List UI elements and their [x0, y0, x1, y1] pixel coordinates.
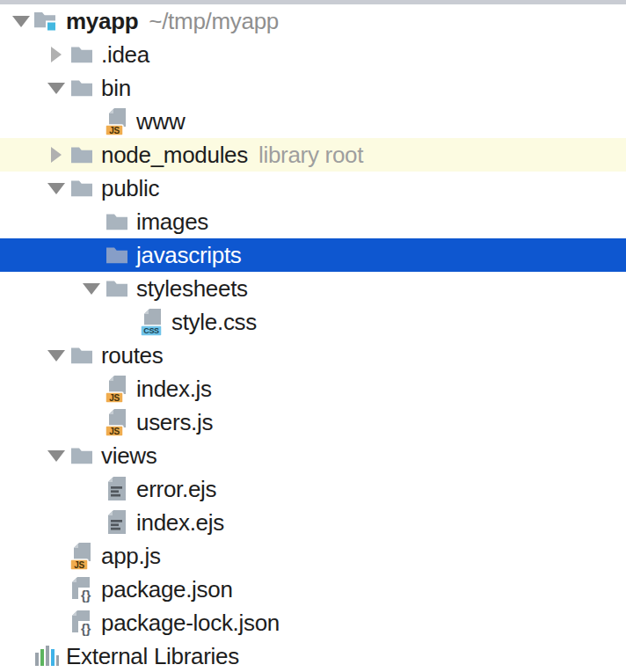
- tree-item-label: index.js: [136, 372, 212, 405]
- js-file-icon: JS: [103, 375, 131, 404]
- folder-icon: [68, 445, 96, 466]
- expand-arrow-icon[interactable]: [44, 76, 68, 100]
- tree-row-index-ejs[interactable]: index.ejs: [0, 506, 626, 539]
- js-file-icon: JS: [103, 107, 131, 136]
- tree-item-label: myapp: [66, 4, 138, 38]
- tree-row-bin[interactable]: bin: [0, 71, 626, 105]
- expand-arrow-icon: [79, 410, 103, 435]
- folder-icon: [68, 345, 96, 366]
- expand-arrow-icon: [44, 577, 68, 602]
- js-file-icon: JS: [68, 542, 96, 571]
- expand-arrow-icon[interactable]: [44, 343, 68, 368]
- tree-item-label: routes: [101, 339, 163, 372]
- tree-row-myapp[interactable]: myapp ~/tmp/myapp: [0, 4, 626, 38]
- tree-item-annotation: library root: [258, 142, 363, 169]
- tree-row-javascripts[interactable]: javascripts: [0, 238, 626, 272]
- tree-item-label: style.css: [171, 305, 257, 339]
- expand-arrow-icon: [79, 109, 103, 134]
- expand-arrow-icon: [79, 477, 103, 501]
- json-file-icon: {}: [68, 576, 96, 603]
- tree-item-label: package.json: [101, 573, 233, 606]
- svg-text:JS: JS: [74, 559, 84, 569]
- tree-item-label: public: [101, 172, 159, 205]
- tree-item-annotation: ~/tmp/myapp: [149, 8, 279, 35]
- text-file-icon: [103, 476, 131, 502]
- tree-item-label: javascripts: [136, 238, 242, 272]
- svg-text:{}: {}: [81, 621, 91, 636]
- css-file-icon: CSS: [138, 308, 166, 337]
- svg-text:{}: {}: [81, 588, 91, 603]
- expand-arrow-icon: [79, 510, 103, 535]
- expand-arrow-icon: [9, 644, 33, 668]
- folder-icon: [68, 77, 96, 99]
- tree-row-node-modules[interactable]: node_modules library root: [0, 138, 626, 172]
- tree-item-label: www: [136, 105, 185, 138]
- svg-text:JS: JS: [109, 392, 120, 402]
- tree-row--idea[interactable]: .idea: [0, 38, 626, 71]
- folder-icon: [68, 144, 96, 165]
- js-file-icon: JS: [103, 408, 131, 437]
- folder-icon: [103, 211, 131, 232]
- tree-item-label: stylesheets: [136, 272, 248, 305]
- project-tree: myapp ~/tmp/myapp .idea b: [0, 4, 626, 672]
- folder-icon: [68, 44, 96, 65]
- expand-arrow-icon: [79, 209, 103, 234]
- text-file-icon: [103, 509, 131, 536]
- tree-item-label: package-lock.json: [101, 606, 280, 639]
- expand-arrow-icon[interactable]: [44, 443, 68, 468]
- svg-text:JS: JS: [109, 426, 120, 435]
- expand-arrow-icon: [79, 243, 103, 267]
- expand-arrow-icon[interactable]: [44, 176, 68, 201]
- svg-text:JS: JS: [109, 125, 120, 135]
- tree-row-app-js[interactable]: JS app.js: [0, 539, 626, 573]
- expand-arrow-icon: [79, 376, 103, 401]
- expand-arrow-icon: [44, 544, 68, 568]
- tree-row-images[interactable]: images: [0, 205, 626, 238]
- tree-row-routes[interactable]: routes: [0, 339, 626, 372]
- folder-icon: [68, 178, 96, 199]
- tree-item-label: views: [101, 439, 157, 472]
- tree-item-label: node_modules: [101, 138, 248, 172]
- expand-arrow-icon: [114, 310, 138, 334]
- tree-item-label: index.ejs: [136, 506, 224, 539]
- tree-row-www[interactable]: JS www: [0, 105, 626, 138]
- expand-arrow-icon: [44, 610, 68, 635]
- folder-icon: [103, 278, 131, 299]
- tree-row-users-js[interactable]: JS users.js: [0, 405, 626, 439]
- tree-row-style-css[interactable]: CSS style.css: [0, 305, 626, 339]
- tree-row-package-json[interactable]: {} package.json: [0, 573, 626, 606]
- expand-arrow-icon[interactable]: [44, 142, 68, 167]
- json-file-icon: {}: [68, 610, 96, 637]
- expand-arrow-icon[interactable]: [44, 42, 68, 67]
- external-libraries-icon: [33, 644, 61, 668]
- tree-item-label: error.ejs: [136, 472, 216, 506]
- tree-row-index-js[interactable]: JS index.js: [0, 372, 626, 405]
- tree-row-package-lock-json[interactable]: {} package-lock.json: [0, 606, 626, 639]
- tree-item-label: External Libraries: [66, 639, 239, 672]
- folder-icon: [103, 245, 131, 266]
- tree-item-label: bin: [101, 71, 131, 105]
- project-folder-icon: [33, 9, 61, 33]
- tree-item-label: app.js: [101, 539, 161, 573]
- tree-row-public[interactable]: public: [0, 172, 626, 205]
- expand-arrow-icon[interactable]: [9, 9, 33, 33]
- tree-item-label: images: [136, 205, 208, 238]
- tree-row-external-libraries[interactable]: External Libraries: [0, 639, 626, 672]
- tree-row-views[interactable]: views: [0, 439, 626, 472]
- tree-item-label: users.js: [136, 405, 213, 439]
- tree-row-stylesheets[interactable]: stylesheets: [0, 272, 626, 305]
- tree-row-error-ejs[interactable]: error.ejs: [0, 472, 626, 506]
- expand-arrow-icon[interactable]: [79, 276, 103, 301]
- svg-text:CSS: CSS: [143, 326, 159, 335]
- tree-item-label: .idea: [101, 38, 149, 71]
